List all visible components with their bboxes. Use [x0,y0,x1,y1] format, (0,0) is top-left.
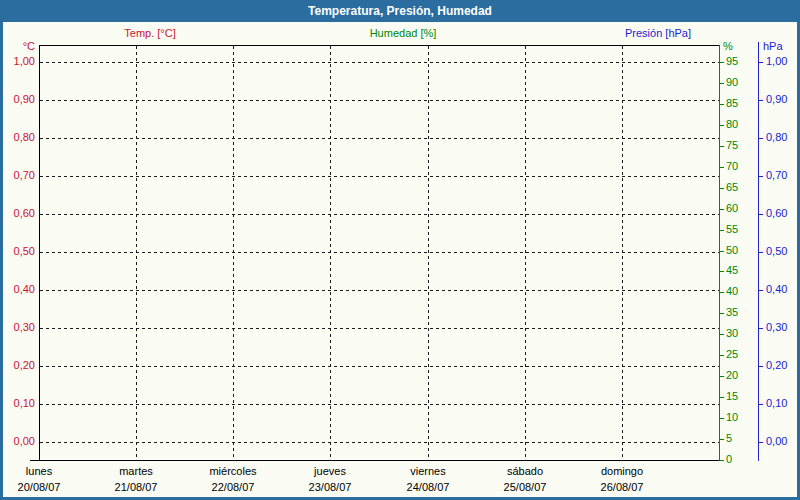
humidity-axis-tick [719,439,724,440]
legend-humidity: Humedad [%] [370,27,437,40]
humidity-axis-tick-label: 80 [726,118,738,131]
temp-axis-tick-label: 0,40 [0,283,35,296]
v-gridline [136,46,137,460]
pressure-axis-tick [758,366,763,367]
plot-top-border [39,45,720,46]
humidity-axis-tick [719,188,724,189]
h-gridline [40,138,719,139]
humidity-axis-tick [719,104,724,105]
humidity-axis-tick [719,62,724,63]
pressure-axis-tick [758,138,763,139]
pressure-axis-tick [758,404,763,405]
humidity-axis-tick [719,460,724,461]
temp-axis-tick-label: 0,00 [0,435,35,448]
x-axis-day-label: lunes [26,465,52,478]
v-gridline [622,46,623,460]
pressure-axis-tick-label: 0,80 [766,131,787,144]
humidity-axis-tick [719,313,724,314]
h-gridline [40,328,719,329]
x-axis-day-label: martes [119,465,153,478]
temp-axis-tick-label: 0,10 [0,397,35,410]
chart-background [3,22,797,497]
humidity-axis-tick-label: 30 [726,327,738,340]
chart-window: { "window": { "title": "Temperatura, Pre… [0,0,800,500]
x-axis-date-label: 21/08/07 [115,481,158,494]
h-gridline [40,366,719,367]
x-axis-date-label: 24/08/07 [407,481,450,494]
humidity-axis-tick [719,355,724,356]
pressure-axis-tick-label: 0,90 [766,93,787,106]
temp-axis-tick-label: 0,50 [0,245,35,258]
humidity-axis-tick [719,83,724,84]
humidity-axis-tick [719,167,724,168]
x-axis-line [30,460,720,461]
humidity-axis-tick-label: 65 [726,181,738,194]
pressure-axis-tick-label: 1,00 [766,55,787,68]
pressure-axis-tick-label: 0,40 [766,283,787,296]
title-bar: Temperatura, Presión, Humedad [0,0,800,22]
pressure-axis-tick [758,290,763,291]
temp-axis-unit: °C [0,40,35,53]
pressure-axis-tick-label: 0,50 [766,245,787,258]
v-gridline [330,46,331,460]
pressure-axis-tick-label: 0,00 [766,435,787,448]
humidity-axis-tick [719,334,724,335]
humidity-axis-tick-label: 70 [726,160,738,173]
pressure-axis-tick-label: 0,20 [766,359,787,372]
humidity-axis-tick-label: 35 [726,306,738,319]
pressure-axis-tick-label: 0,10 [766,397,787,410]
humidity-axis-tick [719,271,724,272]
h-gridline [40,100,719,101]
x-axis-date-label: 23/08/07 [309,481,352,494]
pressure-axis-unit: hPa [763,40,783,53]
humidity-axis-tick [719,146,724,147]
humidity-axis-tick [719,418,724,419]
pressure-axis-tick [758,442,763,443]
humidity-axis-tick-label: 10 [726,411,738,424]
pressure-axis-tick [758,62,763,63]
humidity-axis-tick-label: 45 [726,264,738,277]
h-gridline [40,214,719,215]
temp-axis-tick-label: 0,80 [0,131,35,144]
humidity-axis-tick-label: 25 [726,348,738,361]
pressure-axis-tick [758,176,763,177]
temp-axis-tick-label: 0,70 [0,169,35,182]
humidity-axis-tick [719,209,724,210]
x-axis-day-label: miércoles [209,465,256,478]
pressure-axis-tick [758,214,763,215]
x-axis-day-label: viernes [410,465,445,478]
v-gridline [525,46,526,460]
pressure-axis-tick [758,100,763,101]
x-axis-day-label: sábado [507,465,543,478]
humidity-axis-unit: % [723,40,733,53]
humidity-axis-tick-label: 90 [726,76,738,89]
v-gridline [233,46,234,460]
pressure-axis-tick-label: 0,30 [766,321,787,334]
temp-axis-tick-label: 0,60 [0,207,35,220]
humidity-axis-tick [719,251,724,252]
pressure-axis-tick-label: 0,70 [766,169,787,182]
h-gridline [40,404,719,405]
humidity-axis-tick-label: 55 [726,223,738,236]
humidity-axis-tick [719,230,724,231]
humidity-axis-line [719,45,720,461]
x-axis-date-label: 26/08/07 [601,481,644,494]
temp-axis-tick-label: 0,30 [0,321,35,334]
humidity-axis-tick [719,376,724,377]
temp-axis-line [39,45,40,461]
legend-pressure: Presión [hPa] [625,27,691,40]
chart-title: Temperatura, Presión, Humedad [308,4,492,18]
x-axis-date-label: 22/08/07 [212,481,255,494]
v-gridline [428,46,429,460]
humidity-axis-tick-label: 85 [726,97,738,110]
humidity-axis-tick-label: 0 [726,453,732,466]
x-axis-date-label: 20/08/07 [18,481,61,494]
x-axis-day-label: domingo [601,465,643,478]
humidity-axis-tick [719,125,724,126]
x-axis-date-label: 25/08/07 [504,481,547,494]
h-gridline [40,290,719,291]
legend-temperature: Temp. [°C] [124,27,175,40]
humidity-axis-tick-label: 50 [726,244,738,257]
h-gridline [40,62,719,63]
temp-axis-tick-label: 1,00 [0,55,35,68]
